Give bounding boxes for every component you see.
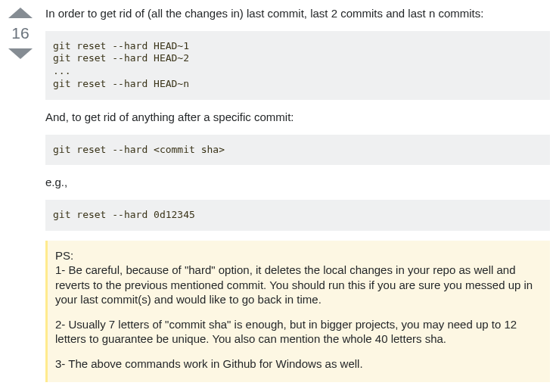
ps-item-2: 2- Usually 7 letters of "commit sha" is … <box>55 317 542 347</box>
code-block-reset-n: git reset --hard HEAD~1 git reset --hard… <box>45 31 550 101</box>
intro-paragraph: In order to get rid of (all the changes … <box>45 6 550 21</box>
post-text: In order to get rid of (all the changes … <box>45 6 550 382</box>
code-block-reset-sha: git reset --hard <commit sha> <box>45 135 550 166</box>
upvote-icon[interactable] <box>8 8 33 18</box>
code-block-example: git reset --hard 0d12345 <box>45 200 550 231</box>
ps-header-text: PS: <box>55 249 73 262</box>
ps-header: PS: 1- Be careful, because of "hard" opt… <box>55 248 542 307</box>
vote-count: 16 <box>5 24 36 42</box>
ps-item-3: 3- The above commands work in Github for… <box>55 356 542 372</box>
eg-paragraph: e.g., <box>45 175 550 190</box>
downvote-icon[interactable] <box>8 48 33 59</box>
vote-column: 16 <box>5 6 36 392</box>
ps-blockquote: PS: 1- Be careful, because of "hard" opt… <box>45 241 550 383</box>
answer-post: 16 In order to get rid of (all the chang… <box>0 0 556 392</box>
answer-content: In order to get rid of (all the changes … <box>36 6 550 392</box>
ps-item-1: 1- Be careful, because of "hard" option,… <box>55 263 533 306</box>
after-specific-paragraph: And, to get rid of anything after a spec… <box>45 110 550 125</box>
